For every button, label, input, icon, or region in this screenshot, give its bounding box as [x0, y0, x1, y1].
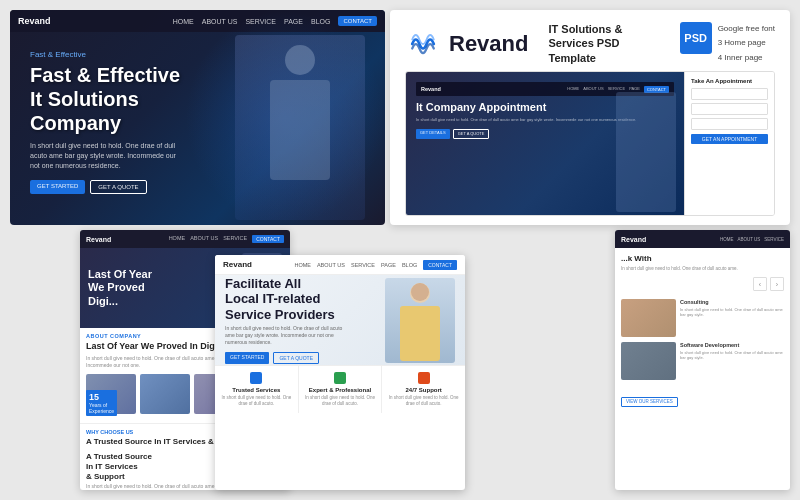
software-image — [621, 342, 676, 380]
about-image-2 — [140, 374, 190, 414]
software-title: Software Development — [680, 342, 784, 349]
facilitate-nav-logo: Revand — [223, 260, 252, 269]
fac-nav-home: HOME — [294, 262, 311, 268]
next-arrow[interactable]: › — [770, 277, 784, 291]
facilitate-hero-sub: In short dull give need to hold. One dra… — [225, 325, 345, 346]
apt-btn-primary[interactable]: GET DETAILS — [416, 129, 450, 139]
page: Revand HOME ABOUT US SERVICE PAGE BLOG C… — [0, 0, 800, 500]
experience-badge: 15Years ofExperience — [86, 390, 117, 416]
work-with-preview: Revand HOME ABOUT US SERVICE ...k With I… — [615, 230, 790, 490]
expert-icon — [334, 372, 346, 384]
software-text: In short dull give need to hold. One dra… — [680, 350, 784, 360]
trusted-icon — [250, 372, 262, 384]
service-trusted: Trusted Services In short dull give need… — [215, 366, 299, 413]
inner-pages-info: 4 Inner page — [718, 51, 775, 65]
hero-content: Fast & Effective Fast & EffectiveIt Solu… — [30, 50, 180, 194]
work-with-nav-logo: Revand — [621, 236, 646, 243]
fac-nav-page: PAGE — [381, 262, 396, 268]
list-item: Consulting In short dull give need to ho… — [621, 299, 784, 337]
font-info: Google free font — [718, 22, 775, 36]
fac-nav-contact[interactable]: CONTACT — [423, 260, 457, 270]
appointment-preview-left: Revand HOME ABOUT US SERVICE PAGE CONTAC… — [406, 72, 684, 215]
fac-nav-about: ABOUT US — [317, 262, 345, 268]
brand-tagline: IT Solutions & Services PSD Template — [548, 22, 669, 65]
consulting-image — [621, 299, 676, 337]
work-with-header: ...k With In short dull give need to hol… — [615, 248, 790, 277]
abt-nav-service: SERVICE — [223, 235, 247, 243]
abt-nav-home: HOME — [169, 235, 186, 243]
file-info: PSD Google free font 3 Home page 4 Inner… — [680, 22, 775, 65]
hero-tag: Fast & Effective — [30, 50, 180, 59]
fac-nav-blog: BLOG — [402, 262, 417, 268]
abt-nav-about: ABOUT US — [190, 235, 218, 243]
nav-arrows: ‹ › — [615, 277, 790, 295]
fac-btn-secondary[interactable]: GET A QUOTE — [273, 352, 319, 364]
facilitate-hero: Facilitate AllLocal IT-relatedService Pr… — [215, 275, 465, 365]
apt-btn-secondary[interactable]: GET A QUOTE — [453, 129, 490, 139]
prev-arrow[interactable]: ‹ — [753, 277, 767, 291]
ww-nav-home: HOME — [720, 237, 734, 242]
appointment-person-image — [616, 92, 676, 212]
consulting-title: Consulting — [680, 299, 784, 306]
trusted-title: Trusted Services — [221, 387, 292, 393]
prev-arrow-icon: ‹ — [759, 281, 761, 288]
support-title: 24/7 Support — [388, 387, 459, 393]
appointment-nav-logo: Revand — [421, 86, 441, 92]
facilitate-hero-text: Facilitate AllLocal IT-relatedService Pr… — [225, 276, 385, 365]
work-with-text: In short dull give need to hold. One dra… — [621, 266, 784, 272]
facilitate-services: Trusted Services In short dull give need… — [215, 365, 465, 413]
support-text: In short dull give need to hold. One dra… — [388, 395, 459, 407]
view-services-button[interactable]: VIEW OUR SERVICES — [621, 397, 678, 407]
hero-title: Fast & EffectiveIt SolutionsCompany — [30, 63, 180, 135]
main-preview: Revand HOME ABOUT US SERVICE PAGE BLOG C… — [10, 10, 385, 225]
hero-subtitle: In short dull give need to hold. One dra… — [30, 141, 180, 170]
revand-logo-icon — [405, 26, 441, 62]
about-hero-text: Last Of YearWe ProvedDigi... — [88, 268, 152, 308]
consulting-content: Consulting In short dull give need to ho… — [680, 299, 784, 337]
main-nav-logo: Revand — [18, 16, 51, 26]
psd-badge: PSD — [680, 22, 712, 54]
facilitate-hero-person — [385, 278, 455, 363]
ww-nav-about: ABOUT US — [737, 237, 760, 242]
fac-nav-service: SERVICE — [351, 262, 375, 268]
brand-name: Revand — [449, 31, 528, 57]
appointment-preview: Revand HOME ABOUT US SERVICE PAGE CONTAC… — [405, 71, 775, 216]
form-name-field[interactable] — [691, 88, 768, 100]
about-hero-title: Last Of YearWe ProvedDigi... — [88, 268, 152, 308]
home-pages-info: 3 Home page — [718, 36, 775, 50]
ww-nav-service: SERVICE — [764, 237, 784, 242]
facilitate-preview: Revand HOME ABOUT US SERVICE PAGE BLOG C… — [215, 255, 465, 490]
expert-text: In short dull give need to hold. One dra… — [305, 395, 376, 407]
hero-buttons: GET STARTED GET A QUOTE — [30, 180, 180, 194]
abt-nav-contact[interactable]: CONTACT — [252, 235, 284, 243]
software-content: Software Development In short dull give … — [680, 342, 784, 380]
form-submit-button[interactable]: GET AN APPOINTMENT — [691, 134, 768, 144]
apt-nav-about: ABOUT US — [583, 86, 603, 93]
about-nav: Revand HOME ABOUT US SERVICE CONTACT — [80, 230, 290, 248]
apt-nav-home: HOME — [567, 86, 579, 93]
trusted-text: In short dull give need to hold. One dra… — [221, 395, 292, 407]
work-with-heading: ...k With — [621, 254, 784, 264]
support-icon — [418, 372, 430, 384]
work-with-nav-links: HOME ABOUT US SERVICE — [720, 237, 784, 242]
service-support: 24/7 Support In short dull give need to … — [382, 366, 465, 413]
next-arrow-icon: › — [776, 281, 778, 288]
form-phone-field[interactable] — [691, 118, 768, 130]
fac-btn-primary[interactable]: GET STARTED — [225, 352, 269, 364]
about-nav-logo: Revand — [86, 236, 111, 243]
work-with-items: Consulting In short dull give need to ho… — [615, 295, 790, 389]
info-list: Google free font 3 Home page 4 Inner pag… — [718, 22, 775, 65]
facilitate-hero-title: Facilitate AllLocal IT-relatedService Pr… — [225, 276, 385, 323]
form-email-field[interactable] — [691, 103, 768, 115]
consulting-text: In short dull give need to hold. One dra… — [680, 307, 784, 317]
hero-primary-button[interactable]: GET STARTED — [30, 180, 85, 194]
work-with-nav: Revand HOME ABOUT US SERVICE — [615, 230, 790, 248]
facilitate-hero-buttons: GET STARTED GET A QUOTE — [225, 352, 385, 364]
facilitate-nav: Revand HOME ABOUT US SERVICE PAGE BLOG C… — [215, 255, 465, 275]
service-expert: Expert & Professional In short dull give… — [299, 366, 383, 413]
expert-title: Expert & Professional — [305, 387, 376, 393]
hero-secondary-button[interactable]: GET A QUOTE — [90, 180, 146, 194]
form-title: Take An Appointment — [691, 78, 768, 84]
hero-person-image — [235, 35, 365, 220]
about-nav-links: HOME ABOUT US SERVICE CONTACT — [169, 235, 284, 243]
